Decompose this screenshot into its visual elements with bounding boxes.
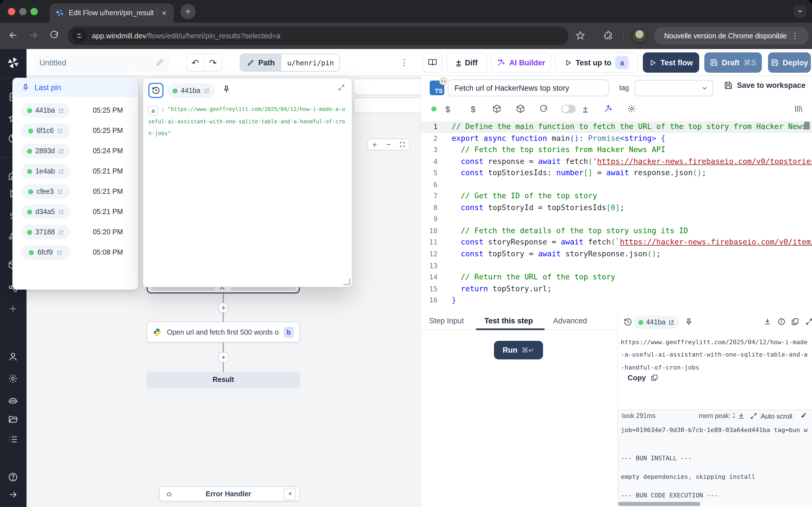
code-line[interactable]: 7 // Get the ID of the top story [421,191,812,202]
info-icon[interactable] [777,318,785,326]
plus-icon[interactable] [8,304,18,314]
list-icon[interactable] [8,434,18,445]
docs-button[interactable] [422,52,443,73]
last-pin-item[interactable]: 441ba05:25 PM [12,100,138,121]
last-pin-item[interactable]: 3718805:20 PM [12,222,138,242]
tab-search-chevron-icon[interactable] [794,5,806,17]
site-settings-icon[interactable] [72,29,86,43]
code-line[interactable]: 1// Define the main function to fetch th… [421,121,812,133]
zoom-out-button[interactable]: − [382,140,395,149]
run-id-chip[interactable]: 37188 [21,225,70,239]
address-bar[interactable]: app.windmill.dev/flows/edit/u/henri/pin_… [68,26,568,45]
expand-popup-icon[interactable] [338,84,345,91]
external-link-icon[interactable] [58,107,64,114]
library-icon[interactable] [794,104,803,113]
package-icon[interactable] [515,103,526,114]
flow-input-node[interactable] [354,78,420,95]
code-line[interactable]: 11 const storyResponse = await fetch(`ht… [421,237,812,248]
profile-avatar[interactable] [631,28,647,44]
close-window-button[interactable] [8,8,15,15]
gear-icon[interactable] [8,374,18,384]
last-pin-item[interactable]: 1e4ab05:21 PM [12,161,138,181]
auto-scroll-checkbox[interactable]: ✓ [801,411,807,420]
tab-advanced[interactable]: Advanced [553,317,587,325]
flow-name-input[interactable]: Untitled [34,54,169,71]
minimize-window-button[interactable] [19,8,27,15]
error-handler-node[interactable]: Error Handler [159,486,300,501]
run-id-chip[interactable]: 441ba [167,83,215,98]
log-horizontal-scrollbar[interactable] [618,502,700,506]
run-id-chip[interactable]: 441ba [21,103,70,118]
code-line[interactable]: 16} [421,295,812,306]
external-link-icon[interactable] [56,249,62,256]
last-pin-item[interactable]: 6f1c605:25 PM [12,121,138,141]
browser-tab[interactable]: Edit Flow u/henri/pin_results × [50,3,174,22]
tag-select[interactable] [635,80,713,96]
last-pin-item[interactable]: 6fcf905:08 PM [12,242,138,263]
code-line[interactable]: 4 const response = await fetch('https://… [421,156,812,167]
test-flow-button[interactable]: Test flow [643,52,699,73]
run-id-chip[interactable]: 2893d [21,144,70,158]
code-line[interactable]: 3 // Fetch the top stories from Hacker N… [421,144,812,156]
flow-node-partial[interactable] [354,98,420,113]
draft-button[interactable]: Draft ⌘S [704,52,762,73]
undo-button[interactable]: ↶ [187,54,204,71]
external-link-icon[interactable] [668,319,675,325]
forward-icon[interactable] [28,30,39,41]
code-line[interactable]: 14 // Return the URL of the top story [421,272,812,283]
fullscreen-result-icon[interactable] [805,318,812,326]
resize-handle[interactable] [343,278,350,285]
external-link-icon[interactable] [58,168,64,174]
copy-result-icon[interactable] [791,318,799,326]
pin-toggle-icon[interactable] [684,318,693,326]
dollar-icon[interactable]: $ [467,103,479,114]
diff-button[interactable]: ± Diff [447,52,487,73]
folder-icon[interactable] [8,414,18,425]
editor-scrollbar[interactable] [804,122,810,129]
result-node[interactable]: Result [147,372,300,388]
maximize-window-button[interactable] [31,8,38,15]
fit-view-icon[interactable] [396,142,409,148]
code-line[interactable]: 12 const topStory = await storyResponse.… [421,248,812,260]
run-id-chip[interactable]: 6f1c6 [21,123,70,138]
external-link-icon[interactable] [58,229,64,235]
download-result-icon[interactable] [763,318,771,326]
new-tab-button[interactable]: + [181,4,196,19]
test-up-to-button[interactable]: Test up to a [555,52,638,73]
tab-step-input[interactable]: Step Input [429,317,464,325]
arrow-right-icon[interactable] [8,490,18,500]
add-error-handler-button[interactable] [284,488,296,500]
windmill-logo-icon[interactable] [7,56,20,69]
code-line[interactable]: 10 // Fetch the details of the top story… [421,225,812,237]
magic-wand-icon[interactable] [602,103,613,114]
last-pin-item[interactable]: cfee305:21 PM [12,181,138,202]
refresh-icon[interactable] [538,103,549,114]
last-pin-item[interactable]: 2893d05:24 PM [12,141,138,161]
run-id-chip[interactable]: 441ba [634,316,679,329]
code-line[interactable]: 9 [421,214,812,225]
user-icon[interactable] [8,351,18,362]
reload-icon[interactable] [49,30,59,40]
robot-icon[interactable] [8,395,18,406]
back-icon[interactable] [8,30,18,41]
external-link-icon[interactable] [204,88,210,94]
copy-button[interactable]: Copy [627,374,658,382]
ai-builder-button[interactable]: AI Builder [491,52,551,73]
run-id-chip[interactable]: d34a5 [21,205,70,219]
history-button[interactable] [148,83,163,98]
run-id-chip[interactable]: 6fcf9 [21,245,70,260]
code-line[interactable]: 13 [421,260,812,272]
external-link-icon[interactable] [57,188,63,194]
help-circle-icon[interactable] [8,472,18,482]
external-link-icon[interactable] [57,128,63,134]
insert-step-button[interactable] [218,352,229,362]
code-line[interactable]: 15 return topStory.url; [421,283,812,295]
save-to-workspace-button[interactable]: Save to workspace [724,81,806,90]
redo-button[interactable]: ↷ [204,54,221,71]
code-line[interactable]: 8 const topStoryId = topStoriesIds[0]; [421,202,812,214]
code-editor[interactable]: 1// Define the main function to fetch th… [421,121,812,314]
close-tab-icon[interactable]: × [162,9,166,17]
external-link-icon[interactable] [58,148,64,154]
node-b-open-url[interactable]: Open url and fetch first 500 words of ..… [147,322,300,342]
download-logs-icon[interactable] [738,412,745,420]
